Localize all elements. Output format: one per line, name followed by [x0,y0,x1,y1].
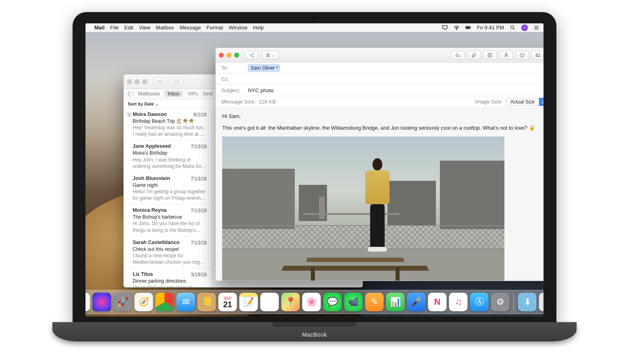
close-button[interactable] [127,79,132,84]
notification-center-icon[interactable] [533,25,539,31]
svg-point-12 [521,54,522,55]
dock-notes[interactable]: 📝 [240,293,258,311]
dock-contacts[interactable]: 📒 [198,293,216,311]
emoji-button[interactable] [515,51,529,60]
photo-browser-button[interactable]: ⌄ [531,51,544,60]
compose-button[interactable] [170,77,183,86]
message-row[interactable]: Sarah Castelblanco7/13/18Check out this … [124,237,211,269]
message-row[interactable]: Josh Blumstein7/13/18Game nightHello! I'… [124,173,211,205]
dock-appstore[interactable]: Ⓐ [470,293,489,311]
dock-numbers[interactable]: 📊 [386,293,405,311]
sidebar-toggle-icon[interactable] [128,92,133,96]
message-row[interactable]: 📎Moira Dawson8/2/18Birthday Beach Trip 🏖… [124,109,211,141]
dock-mail[interactable]: ✉︎ [177,293,195,311]
sort-menu[interactable]: Sort by Date ⌄ [128,101,158,106]
message-list[interactable]: 📎Moira Dawson8/2/18Birthday Beach Trip 🏖… [124,109,211,287]
dock-pages[interactable]: ✎ [365,293,384,311]
message-subject: Check out this recipe! [133,246,207,252]
dock-trash[interactable]: 🗑 [539,293,544,311]
dock-facetime[interactable]: 📹 [344,293,363,311]
attachment-icon: 📎 [126,112,132,118]
compose-body[interactable]: Hi Sam, This one's got it all: the Manha… [216,108,544,281]
image-size-select[interactable]: Actual Size ▲▼ [506,98,544,106]
attach-button[interactable] [467,51,481,60]
minimize-button[interactable] [227,53,231,58]
menu-help[interactable]: Help [253,25,264,31]
fav-inbox[interactable]: Inbox [165,91,183,97]
dock-itunes[interactable]: ♫ [449,293,468,311]
menu-view[interactable]: View [139,25,150,31]
fav-mailboxes[interactable]: Mailboxes [138,91,160,97]
fullscreen-button[interactable] [142,79,147,84]
fullscreen-button[interactable] [234,53,239,58]
svg-point-11 [520,53,525,57]
siri-icon[interactable] [521,25,528,31]
message-date: 7/13/18 [191,176,207,182]
dock-launchpad[interactable]: 🚀 [114,293,132,311]
subject-field-row[interactable]: Subject: NYC photo [216,85,544,96]
close-button[interactable] [219,53,224,58]
format-button[interactable]: A [499,51,513,60]
markup-button[interactable] [483,51,497,60]
dock-calendar[interactable]: SEP21 [219,293,237,311]
dock-keynote[interactable]: 🎤 [407,293,426,311]
send-button[interactable] [245,51,258,60]
message-date: 7/13/18 [191,240,207,246]
compose-window[interactable]: ⌄ A ⌄ To: Sam Oliver [215,48,544,281]
subject-value[interactable]: NYC photo [248,87,274,93]
to-field-row[interactable]: To: Sam Oliver [216,62,544,74]
dock-chrome[interactable] [156,293,174,311]
message-subject: Birthday Beach Trip 🏖️🌴🌴 [133,118,207,124]
message-date: 7/13/18 [191,207,207,214]
dock-messages[interactable]: 💬 [323,293,342,311]
message-date: 8/2/18 [194,112,207,118]
wifi-icon[interactable] [454,25,460,31]
menubar-app-name[interactable]: Mail [94,25,104,31]
cc-field-row[interactable]: Cc: [216,74,544,85]
menubar-clock[interactable]: Fri 9:41 PM [477,25,504,31]
dock-downloads[interactable]: ⬇︎ [518,293,537,311]
screen-bezel: Mail File Edit View Mailbox Message Form… [73,12,556,325]
dock-separator [514,294,514,311]
fav-vips[interactable]: VIPs [187,91,198,97]
dock-finder[interactable]: 🙂 [85,293,90,311]
dock-photos[interactable]: 🌸 [302,293,321,311]
to-label: To: [221,65,244,71]
message-row[interactable]: Monica Reyna7/13/18The Bishop's barbecue… [124,205,211,236]
menu-window[interactable]: Window [229,25,247,31]
dock-siri[interactable] [93,293,111,311]
spotlight-icon[interactable] [510,25,516,31]
screen: Mail File Edit View Mailbox Message Form… [85,23,544,316]
message-size-label: Message Size: [221,99,256,105]
battery-icon[interactable] [465,25,471,31]
subject-label: Subject: [221,87,244,93]
image-size-label: Image Size: [475,99,503,105]
dock: 🙂 🚀 🧭 ✉︎ 📒 SEP21 📝 ☑︎ 📍 🌸 💬 📹 ✎ 📊 🎤 N ♫ [85,290,544,314]
fav-sent[interactable]: Sent [203,91,213,97]
menu-message[interactable]: Message [179,25,201,31]
compose-titlebar[interactable]: ⌄ A ⌄ [216,48,544,62]
svg-rect-9 [488,53,492,57]
dock-reminders[interactable]: ☑︎ [260,293,279,311]
svg-rect-1 [466,27,470,29]
dock-news[interactable]: N [428,293,447,311]
menu-mailbox[interactable]: Mailbox [156,25,174,31]
menu-edit[interactable]: Edit [124,25,133,31]
dock-preferences[interactable]: ⚙︎ [491,293,510,311]
attached-photo[interactable] [222,136,504,281]
dock-safari[interactable]: 🧭 [135,293,153,311]
dock-maps[interactable]: 📍 [281,293,300,311]
menu-bar: Mail File Edit View Mailbox Message Form… [85,23,544,32]
message-row[interactable]: Liz Titus3/19/18Dinner parking direction… [124,269,211,287]
minimize-button[interactable] [135,79,140,84]
header-fields-button[interactable]: ⌄ [262,51,279,60]
body-greeting: Hi Sam, [222,113,544,119]
get-mail-button[interactable] [153,77,167,86]
menu-format[interactable]: Format [206,25,223,31]
airplay-icon[interactable] [442,25,448,31]
reply-button[interactable] [451,51,464,60]
svg-point-3 [511,26,514,29]
recipient-token[interactable]: Sam Oliver [248,64,280,72]
menu-file[interactable]: File [110,25,119,31]
message-row[interactable]: Jane Appleseed7/13/18Moira's BirthdayHey… [124,141,211,172]
